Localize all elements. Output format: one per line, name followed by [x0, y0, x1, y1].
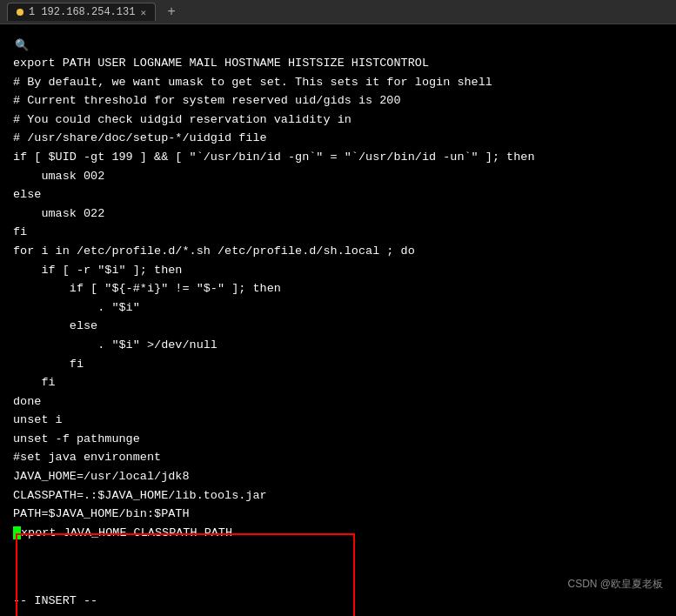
code-line: # /usr/share/doc/setup-*/uidgid file — [13, 129, 663, 148]
code-line: fi — [13, 355, 663, 374]
code-line: else — [13, 185, 663, 204]
code-line: #set java environment — [13, 448, 663, 467]
new-tab-button[interactable]: + — [163, 3, 180, 21]
code-line: else — [13, 317, 663, 336]
code-line: PATH=$JAVA_HOME/bin:$PATH — [13, 505, 663, 524]
code-line: unset i — [13, 411, 663, 430]
tab-label: 1 192.168.254.131 — [29, 6, 135, 18]
code-line: for i in /etc/profile.d/*.sh /etc/profil… — [13, 242, 663, 261]
code-line: xport JAVA_HOME CLASSPATH PATH — [13, 524, 663, 543]
terminal-body: 🔍 export PATH USER LOGNAME MAIL HOSTNAME… — [0, 24, 676, 616]
code-line: # By default, we want umask to get set. … — [13, 73, 663, 92]
watermark: CSDN @欧皇夏老板 — [567, 577, 663, 592]
code-line: if [ -r "$i" ]; then — [13, 261, 663, 280]
code-line: export PATH USER LOGNAME MAIL HOSTNAME H… — [13, 54, 663, 73]
search-icon[interactable]: 🔍 — [13, 37, 30, 54]
code-line: # You could check uidgid reservation val… — [13, 110, 663, 130]
code-line: . "$i" — [13, 298, 663, 318]
code-line: umask 002 — [13, 167, 663, 186]
code-line: CLASSPATH=.:$JAVA_HOME/lib.tools.jar — [13, 486, 663, 506]
code-line: fi — [13, 223, 663, 242]
title-bar: 1 192.168.254.131 ✕ + — [0, 0, 676, 24]
code-line: fi — [13, 373, 663, 392]
code-line: unset -f pathmunge — [13, 430, 663, 449]
code-line: done — [13, 392, 663, 412]
code-container: export PATH USER LOGNAME MAIL HOSTNAME H… — [13, 54, 663, 542]
code-line: . "$i" >/dev/null — [13, 336, 663, 355]
terminal-cursor — [13, 526, 21, 539]
tab-status-dot — [17, 9, 23, 16]
tab-close-button[interactable]: ✕ — [140, 7, 146, 18]
terminal-tab[interactable]: 1 192.168.254.131 ✕ — [7, 3, 156, 21]
code-line: if [ "${-#*i}" != "$-" ]; then — [13, 279, 663, 298]
insert-mode-label: -- INSERT -- — [13, 594, 97, 607]
code-line: # Current threshold for system reserved … — [13, 91, 663, 110]
code-line: JAVA_HOME=/usr/local/jdk8 — [13, 467, 663, 486]
code-line: umask 022 — [13, 204, 663, 224]
code-line: if [ $UID -gt 199 ] && [ "`/usr/bin/id -… — [13, 148, 663, 167]
